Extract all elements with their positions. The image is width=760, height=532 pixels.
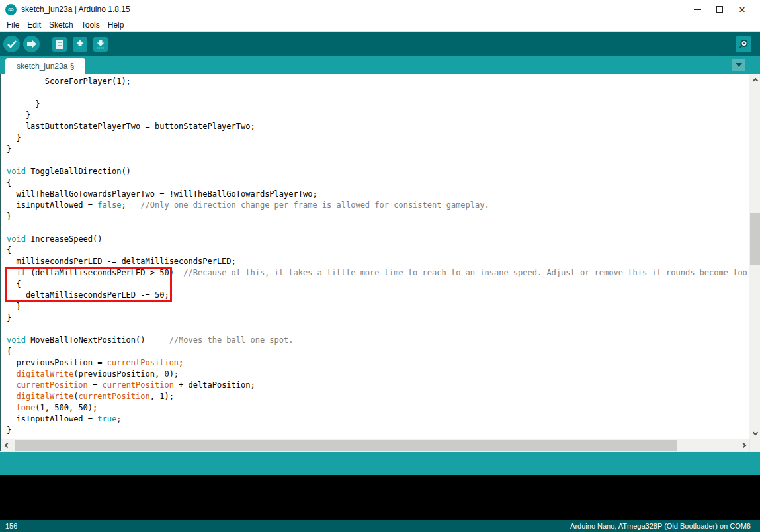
- code-line: }: [7, 110, 749, 121]
- status-bar: 156 Arduino Nano, ATmega328P (Old Bootlo…: [0, 520, 760, 532]
- vertical-scroll-thumb[interactable]: [750, 213, 760, 265]
- serial-monitor-button[interactable]: [736, 36, 751, 52]
- code-line: [7, 324, 749, 335]
- code-line: digitalWrite(currentPosition, 1);: [7, 391, 749, 402]
- code-line: }: [7, 144, 749, 155]
- code-line: void ToggleBallDirection(): [7, 166, 749, 177]
- tab-label: sketch_jun23a §: [17, 62, 74, 71]
- code-line: digitalWrite(previousPosition, 0);: [7, 369, 749, 380]
- tab-strip: sketch_jun23a §: [0, 56, 760, 74]
- menu-help[interactable]: Help: [104, 21, 128, 30]
- window-controls: ×: [686, 2, 760, 17]
- code-line: void MoveBallToNextPosition() //Moves th…: [7, 335, 749, 346]
- scrollbar-corner: [749, 439, 760, 451]
- code-line: }: [7, 312, 749, 324]
- open-button[interactable]: [73, 37, 87, 52]
- arduino-ide-window: ∞ sketch_jun23a | Arduino 1.8.15 × File …: [0, 0, 760, 532]
- code-line: }: [7, 99, 749, 110]
- horizontal-scroll-thumb[interactable]: [15, 440, 677, 451]
- checkmark-icon: [3, 36, 20, 52]
- vertical-scrollbar[interactable]: [749, 74, 760, 439]
- scroll-right-button[interactable]: [738, 439, 749, 451]
- code-line: tone(1, 500, 50);: [7, 402, 749, 414]
- tab-list-button[interactable]: [732, 59, 745, 71]
- horizontal-scrollbar[interactable]: [0, 439, 760, 451]
- code-line: {: [7, 177, 749, 189]
- triangle-down-icon: [736, 63, 742, 67]
- code-line: previousPosition = currentPosition;: [7, 357, 749, 369]
- editor-region: ScoreForPlayer(1); } } lastButtonStatePl…: [0, 74, 760, 439]
- code-line: void IncreaseSpeed(): [7, 234, 749, 245]
- code-line: ScoreForPlayer(1);: [7, 76, 749, 87]
- code-line: isInputAllowed = false; //Only one direc…: [7, 200, 749, 211]
- code-line: currentPosition = currentPosition + delt…: [7, 380, 749, 391]
- scroll-left-button[interactable]: [1, 439, 13, 451]
- menu-file[interactable]: File: [3, 21, 23, 30]
- close-button[interactable]: ×: [731, 2, 753, 17]
- code-line: lastButtonStatePlayerTwo = buttonStatePl…: [7, 121, 749, 132]
- code-line: [7, 87, 749, 99]
- board-port-info: Arduino Nano, ATmega328P (Old Bootloader…: [570, 522, 751, 530]
- menu-tools[interactable]: Tools: [77, 21, 104, 30]
- annotation-highlight-box: [5, 267, 172, 302]
- chevron-right-icon: [741, 443, 746, 448]
- code-line: {: [7, 346, 749, 357]
- chevron-left-icon: [5, 443, 10, 448]
- code-area[interactable]: ScoreForPlayer(1); } } lastButtonStatePl…: [1, 74, 749, 439]
- code-line: millisecondsPerLED -= deltaMillisecondsP…: [7, 256, 749, 267]
- chevron-up-icon: [752, 78, 757, 83]
- code-line: [7, 222, 749, 234]
- upload-button[interactable]: [23, 36, 40, 52]
- save-button[interactable]: [93, 37, 108, 52]
- arrow-up-icon: [75, 39, 85, 50]
- chevron-down-icon: [752, 430, 757, 435]
- scroll-up-button[interactable]: [749, 75, 760, 86]
- code-line: }: [7, 132, 749, 144]
- scroll-down-button[interactable]: [749, 427, 760, 438]
- window-title: sketch_jun23a | Arduino 1.8.15: [21, 5, 130, 14]
- code-line: {: [7, 245, 749, 256]
- new-sketch-button[interactable]: [52, 37, 67, 52]
- maximize-icon: [716, 6, 723, 13]
- arrow-right-icon: [23, 36, 40, 52]
- magnifier-icon: [737, 38, 750, 51]
- console-output: [0, 475, 760, 520]
- verify-button[interactable]: [3, 36, 20, 52]
- menu-sketch[interactable]: Sketch: [45, 21, 77, 30]
- minimize-icon: [694, 9, 701, 10]
- code-line: }: [7, 211, 749, 222]
- close-icon: ×: [739, 4, 745, 15]
- maximize-button[interactable]: [708, 2, 731, 17]
- menu-bar: File Edit Sketch Tools Help: [0, 19, 760, 32]
- code-line: }: [7, 301, 749, 312]
- message-strip: [0, 451, 760, 475]
- code-line: isInputAllowed = true;: [7, 414, 749, 425]
- title-bar: ∞ sketch_jun23a | Arduino 1.8.15 ×: [0, 0, 760, 19]
- code-line: }: [7, 425, 749, 436]
- cursor-line-number: 156: [5, 522, 17, 530]
- code-line: [7, 155, 749, 166]
- minimize-button[interactable]: [686, 2, 708, 17]
- toolbar: [0, 32, 760, 56]
- document-icon: [55, 39, 64, 50]
- menu-edit[interactable]: Edit: [23, 21, 45, 30]
- tab-sketch-jun23a[interactable]: sketch_jun23a §: [5, 58, 85, 74]
- code-line: willTheBallGoTowardsPlayerTwo = !willThe…: [7, 189, 749, 200]
- arduino-logo-icon: ∞: [5, 4, 17, 15]
- arrow-down-icon: [95, 39, 106, 50]
